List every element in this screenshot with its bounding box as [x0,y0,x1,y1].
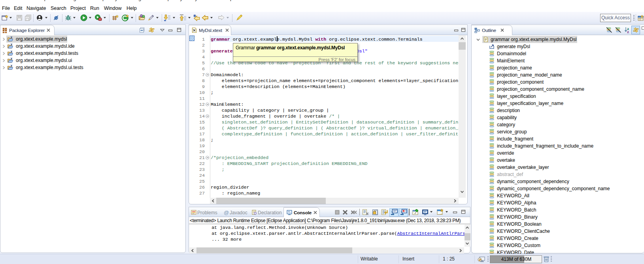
svg-text:z: z [627,30,629,33]
